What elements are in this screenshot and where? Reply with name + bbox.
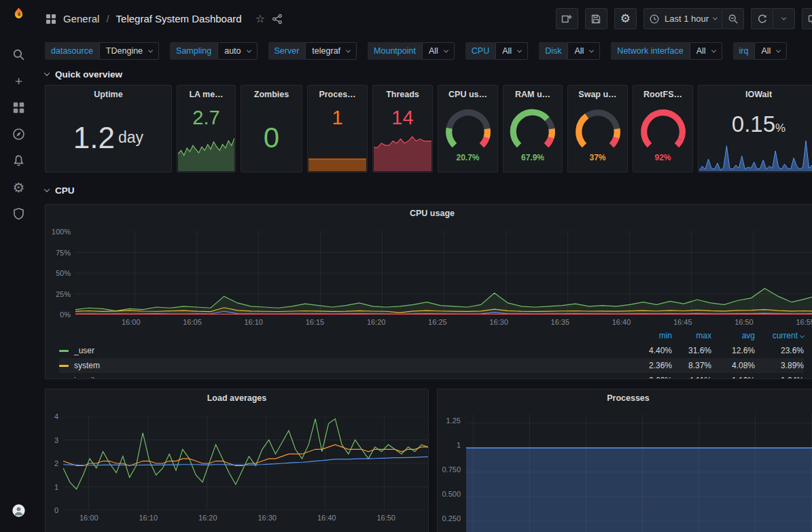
- iowait-sparkline: [699, 139, 812, 171]
- variable-value-dropdown[interactable]: telegraf: [305, 42, 357, 60]
- variable-value-dropdown[interactable]: All: [422, 42, 455, 60]
- grafana-flame-icon: [12, 7, 25, 20]
- panel-load-averages: Load averages 43 21 0 16:0016:10 16:2016: [45, 389, 429, 532]
- variable-value-dropdown[interactable]: TDengine: [99, 42, 159, 60]
- compass-icon: [12, 128, 25, 141]
- variable-value-dropdown[interactable]: auto: [217, 42, 257, 60]
- panel-title[interactable]: Uptime: [46, 86, 171, 103]
- variable-label: Sampling: [170, 42, 217, 60]
- sidebar-item-create[interactable]: +: [0, 68, 37, 94]
- chevron-down-icon: [589, 48, 594, 52]
- refresh-button[interactable]: [751, 8, 773, 29]
- stat-value: 2.7: [177, 107, 235, 129]
- star-favorite-icon[interactable]: ☆: [255, 12, 265, 25]
- chevron-down-icon: [776, 48, 781, 52]
- legend-sort-max[interactable]: max: [672, 331, 711, 340]
- apps-grid-icon: [46, 14, 56, 24]
- cpu-used-gauge: [440, 105, 497, 152]
- gauge-value: 67.9%: [504, 153, 562, 162]
- add-panel-button[interactable]: [556, 8, 578, 29]
- zoom-out-icon: [728, 14, 739, 24]
- variable-value: All: [574, 46, 584, 56]
- variable-value: All: [761, 46, 771, 56]
- series-toggle[interactable]: iowait: [59, 376, 633, 379]
- share-icon[interactable]: [272, 14, 283, 24]
- chevron-down-icon: [148, 48, 153, 52]
- sidebar-item-dashboards[interactable]: [0, 94, 37, 121]
- variable-irq: irq All: [733, 42, 788, 60]
- legend-sort-current[interactable]: current: [755, 331, 804, 340]
- panel-title[interactable]: Zombies: [241, 86, 302, 103]
- panel-title[interactable]: CPU us…: [438, 86, 497, 103]
- gauge-value: 37%: [568, 153, 627, 162]
- section-cpu[interactable]: CPU: [45, 182, 812, 198]
- top-navbar: General / Telegraf System Dashboard ☆: [37, 0, 812, 37]
- sidebar-item-server-admin[interactable]: [0, 200, 37, 227]
- save-dashboard-button[interactable]: [585, 8, 607, 29]
- panel-title[interactable]: Swap u…: [568, 86, 627, 103]
- processes-sparkline: [308, 147, 366, 171]
- legend-sort-avg[interactable]: avg: [711, 331, 755, 340]
- panel-title[interactable]: RAM u…: [504, 86, 562, 103]
- sidebar: + ⚙: [0, 0, 37, 532]
- panel-swap-used-gauge: Swap u… 37%: [567, 85, 628, 173]
- variable-value-dropdown[interactable]: All: [754, 42, 787, 60]
- panel-title[interactable]: CPU usage: [46, 205, 812, 222]
- sidebar-item-alerting[interactable]: [0, 147, 37, 174]
- rootfs-gauge: [635, 105, 692, 152]
- chevron-down-icon: [346, 48, 351, 52]
- gear-icon: ⚙: [620, 13, 631, 24]
- variable-value: All: [502, 46, 512, 56]
- stat-value: 0.15%: [699, 111, 812, 137]
- dashboard-settings-button[interactable]: ⚙: [614, 8, 637, 29]
- cpu-x-axis: 16:0016:05 16:1016:15 16:2016:25 16:3016…: [122, 318, 812, 326]
- variable-network-interface: Network interface All: [611, 42, 722, 60]
- sidebar-item-search[interactable]: [0, 41, 37, 68]
- cpu-usage-chart[interactable]: [75, 232, 812, 315]
- sidebar-item-explore[interactable]: [0, 121, 37, 147]
- chevron-down-icon: [44, 70, 50, 75]
- panel-title[interactable]: RootFS…: [633, 86, 692, 103]
- processes-chart[interactable]: [466, 414, 812, 532]
- series-toggle[interactable]: _user: [59, 346, 633, 355]
- variable-label: irq: [733, 42, 755, 60]
- save-icon: [590, 14, 601, 24]
- panel-cpu-used-gauge: CPU us… 20.7%: [438, 85, 498, 173]
- panel-iowait: IOWait 0.15%: [698, 85, 812, 173]
- series-toggle[interactable]: system: [59, 361, 633, 370]
- variable-value-dropdown[interactable]: All: [567, 42, 600, 60]
- quick-overview-row: Uptime 1.2 day LA me… 2.7: [45, 85, 812, 173]
- grafana-logo[interactable]: [0, 0, 37, 26]
- panel-processes: Processes 1.251 0.7500.500 0.250: [437, 389, 812, 532]
- panel-title[interactable]: Load averages: [46, 389, 428, 407]
- variable-datasource: datasource TDengine: [45, 42, 159, 60]
- stat-value: 14: [373, 107, 432, 129]
- user-avatar[interactable]: [0, 497, 37, 524]
- panel-rootfs-gauge: RootFS… 92%: [633, 85, 693, 173]
- panel-cpu-usage: CPU usage 100%75% 50%25% 0% 16:0016:05 1…: [45, 204, 812, 379]
- load-averages-chart[interactable]: [63, 416, 428, 510]
- variable-value-dropdown[interactable]: All: [495, 42, 528, 60]
- panel-title[interactable]: Proces…: [308, 86, 367, 103]
- series-color-swatch: [59, 350, 69, 352]
- breadcrumb-folder[interactable]: General: [63, 13, 99, 24]
- panel-title[interactable]: IOWait: [699, 86, 812, 103]
- variable-value-dropdown[interactable]: All: [690, 42, 722, 60]
- sidebar-item-configuration[interactable]: ⚙: [0, 174, 37, 200]
- shield-icon: [12, 207, 25, 220]
- panel-title[interactable]: Processes: [438, 389, 812, 407]
- panel-title[interactable]: LA me…: [177, 86, 235, 103]
- zoom-out-time-button[interactable]: [722, 8, 744, 29]
- variable-server: Server telegraf: [268, 42, 357, 60]
- dashboard-title[interactable]: Telegraf System Dashboard: [116, 13, 242, 24]
- breadcrumb-separator: /: [106, 13, 109, 24]
- refresh-interval-dropdown[interactable]: [773, 8, 795, 29]
- time-range-picker[interactable]: Last 1 hour: [643, 8, 722, 29]
- chevron-down-icon: [517, 48, 522, 52]
- panel-title[interactable]: Threads: [373, 86, 432, 103]
- legend-sort-min[interactable]: min: [633, 331, 672, 340]
- section-quick-overview[interactable]: Quick overview: [45, 66, 812, 82]
- panel-processes-stat: Proces… 1: [307, 85, 368, 173]
- ram-used-gauge: [504, 105, 561, 152]
- cycle-view-mode-button[interactable]: [802, 8, 812, 29]
